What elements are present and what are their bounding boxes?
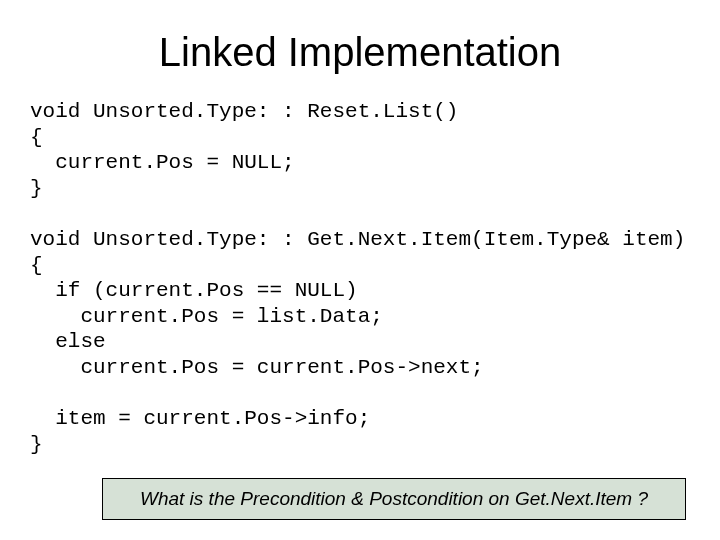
code-line: item = current.Pos->info; xyxy=(30,407,370,430)
code-line: current.Pos = current.Pos->next; xyxy=(30,356,484,379)
code-line: else xyxy=(30,330,106,353)
code-line: current.Pos = list.Data; xyxy=(30,305,383,328)
code-line: } xyxy=(30,177,43,200)
code-line: { xyxy=(30,254,43,277)
code-block: void Unsorted.Type: : Reset.List() { cur… xyxy=(30,99,690,458)
code-line: } xyxy=(30,433,43,456)
code-line: if (current.Pos == NULL) xyxy=(30,279,358,302)
slide-title: Linked Implementation xyxy=(30,30,690,75)
code-line: void Unsorted.Type: : Reset.List() xyxy=(30,100,458,123)
code-line: void Unsorted.Type: : Get.Next.Item(Item… xyxy=(30,228,685,251)
code-line: current.Pos = NULL; xyxy=(30,151,295,174)
callout-question: What is the Precondition & Postcondition… xyxy=(102,478,686,520)
code-line: { xyxy=(30,126,43,149)
slide: Linked Implementation void Unsorted.Type… xyxy=(0,0,720,540)
